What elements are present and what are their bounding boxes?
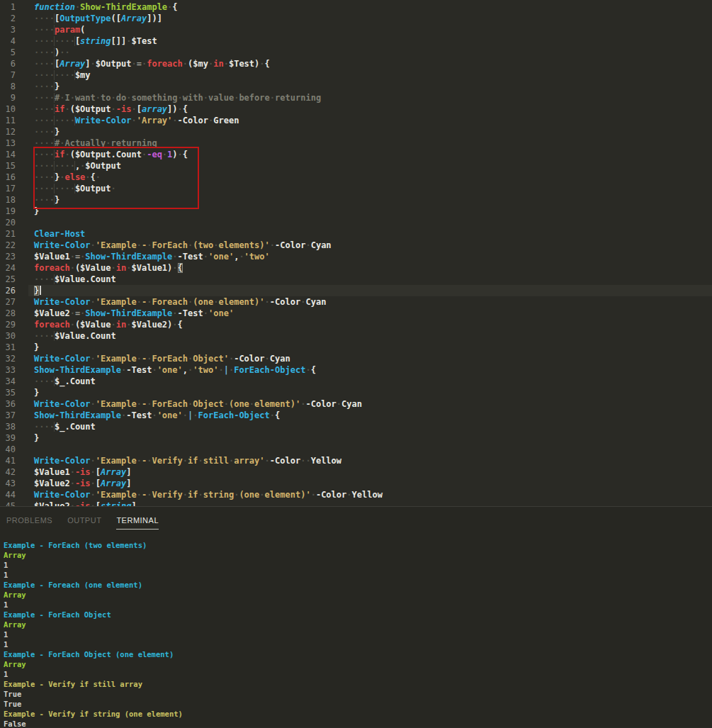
code-line[interactable]: 9····#·I·want·to·do·something·with·value…: [0, 92, 712, 103]
code-line[interactable]: 5····)··: [0, 47, 712, 58]
tab-terminal[interactable]: TERMINAL: [116, 516, 159, 530]
tab-problems[interactable]: PROBLEMS: [6, 516, 52, 530]
terminal-output[interactable]: Example - ForEach (two elements)Array11E…: [0, 530, 712, 728]
code-line[interactable]: 28$Value2·=·Show-ThirdExample·-Test·'one…: [0, 308, 712, 319]
code-line[interactable]: 1function·Show-ThirdExample·{: [0, 1, 712, 13]
line-number[interactable]: 32: [0, 353, 16, 364]
code-line[interactable]: 32Write-Color·'Example·-·ForEach·Object'…: [0, 353, 712, 364]
line-number[interactable]: 18: [0, 194, 16, 206]
code-line[interactable]: 3····param(: [0, 24, 712, 35]
code-line[interactable]: 13····#·Actually·returning: [0, 138, 712, 149]
code-line[interactable]: 42$Value1·-is·[Array]: [0, 466, 712, 478]
line-number[interactable]: 13: [0, 138, 16, 149]
line-number[interactable]: 1: [0, 1, 16, 13]
line-number[interactable]: 5: [0, 47, 16, 58]
code-line[interactable]: 26}: [0, 285, 712, 296]
code-line[interactable]: 21Clear-Host: [0, 228, 712, 240]
code-line[interactable]: 12····}: [0, 126, 712, 138]
code-line[interactable]: 14····if·($Output.Count·-eq·1)·{: [0, 149, 712, 160]
code-line[interactable]: 40: [0, 444, 712, 455]
code-line[interactable]: 25····$Value.Count: [0, 274, 712, 285]
code-line[interactable]: 43$Value2·-is·[Array]: [0, 478, 712, 489]
terminal-line: Example - ForEach Object: [4, 610, 712, 620]
line-number[interactable]: 36: [0, 398, 16, 410]
code-line[interactable]: 24foreach·($Value·in·$Value1)·{: [0, 262, 712, 274]
code-line[interactable]: 19}: [0, 206, 712, 217]
line-number[interactable]: 38: [0, 421, 16, 432]
line-number[interactable]: 14: [0, 149, 16, 160]
line-number[interactable]: 25: [0, 274, 16, 285]
line-number[interactable]: 6: [0, 58, 16, 69]
line-number[interactable]: 26: [0, 285, 16, 296]
code-line[interactable]: 6····[Array]·$Output·=·foreach·($my·in·$…: [0, 58, 712, 69]
line-number[interactable]: 12: [0, 126, 16, 138]
line-number[interactable]: 41: [0, 455, 16, 466]
line-number[interactable]: 45: [0, 500, 16, 506]
code-line[interactable]: 10····if·($Output·-is·[array])·{: [0, 103, 712, 115]
code-line[interactable]: 15········,·$Output: [0, 160, 712, 172]
code-line[interactable]: 37Show-ThirdExample·-Test·'one'·|·ForEac…: [0, 410, 712, 421]
line-number[interactable]: 29: [0, 319, 16, 330]
code-line[interactable]: 30····$Value.Count: [0, 330, 712, 342]
code-line[interactable]: 41Write-Color·'Example·-·Verify·if·still…: [0, 455, 712, 466]
tab-output[interactable]: OUTPUT: [67, 516, 101, 530]
terminal-line: 1: [4, 669, 712, 679]
code-text: ····$Value.Count: [34, 330, 116, 342]
line-number[interactable]: 40: [0, 444, 16, 455]
line-number[interactable]: 28: [0, 308, 16, 319]
line-number[interactable]: 24: [0, 262, 16, 274]
line-number[interactable]: 20: [0, 217, 16, 228]
code-line[interactable]: 29foreach·($Value·in·$Value2)·{: [0, 319, 712, 330]
line-number[interactable]: 7: [0, 69, 16, 81]
line-number[interactable]: 23: [0, 251, 16, 262]
code-line[interactable]: 2····[OutputType([Array])]: [0, 13, 712, 24]
code-text: }: [34, 342, 39, 353]
terminal-line: Array: [4, 620, 712, 629]
code-line[interactable]: 11········Write-Color·'Array'·-Color·Gre…: [0, 115, 712, 126]
line-number[interactable]: 44: [0, 489, 16, 500]
line-number[interactable]: 21: [0, 228, 16, 240]
line-number[interactable]: 15: [0, 160, 16, 172]
code-line[interactable]: 38····$_.Count: [0, 421, 712, 432]
line-number[interactable]: 30: [0, 330, 16, 342]
line-number[interactable]: 27: [0, 296, 16, 308]
line-number[interactable]: 35: [0, 387, 16, 398]
line-number[interactable]: 4: [0, 35, 16, 47]
code-line[interactable]: 31}: [0, 342, 712, 353]
line-number[interactable]: 31: [0, 342, 16, 353]
line-number[interactable]: 37: [0, 410, 16, 421]
code-line[interactable]: 27Write-Color·'Example·-·Foreach·(one·el…: [0, 296, 712, 308]
code-line[interactable]: 22Write-Color·'Example·-·ForEach·(two·el…: [0, 240, 712, 251]
line-number[interactable]: 2: [0, 13, 16, 24]
line-number[interactable]: 3: [0, 24, 16, 35]
code-line[interactable]: 44Write-Color·'Example·-·Verify·if·strin…: [0, 489, 712, 500]
code-line[interactable]: 8····}: [0, 81, 712, 92]
line-number[interactable]: 33: [0, 364, 16, 376]
line-number[interactable]: 42: [0, 466, 16, 478]
code-line[interactable]: 23$Value1·=·Show-ThirdExample·-Test·'one…: [0, 251, 712, 262]
line-number[interactable]: 8: [0, 81, 16, 92]
code-line[interactable]: 35}: [0, 387, 712, 398]
code-line[interactable]: 4········[string[]]·$Test: [0, 35, 712, 47]
code-line[interactable]: 16····}·else·{·: [0, 172, 712, 183]
line-number[interactable]: 43: [0, 478, 16, 489]
line-number[interactable]: 17: [0, 183, 16, 194]
code-line[interactable]: 45$Value2·-is·[string]: [0, 500, 712, 506]
code-line[interactable]: 39}: [0, 432, 712, 444]
line-number[interactable]: 34: [0, 376, 16, 387]
code-line[interactable]: 34····$_.Count: [0, 376, 712, 387]
line-number[interactable]: 39: [0, 432, 16, 444]
line-number[interactable]: 16: [0, 172, 16, 183]
line-number[interactable]: 22: [0, 240, 16, 251]
code-line[interactable]: 36Write-Color·'Example·-·ForEach·Object·…: [0, 398, 712, 410]
line-number[interactable]: 9: [0, 92, 16, 103]
code-line[interactable]: 20: [0, 217, 712, 228]
line-number[interactable]: 11: [0, 115, 16, 126]
code-line[interactable]: 7········$my: [0, 69, 712, 81]
line-number[interactable]: 10: [0, 103, 16, 115]
code-line[interactable]: 17········$Output·: [0, 183, 712, 194]
code-line[interactable]: 33Show-ThirdExample·-Test·'one',·'two'·|…: [0, 364, 712, 376]
code-line[interactable]: 18····}: [0, 194, 712, 206]
code-editor[interactable]: 1function·Show-ThirdExample·{2····[Outpu…: [0, 0, 712, 506]
line-number[interactable]: 19: [0, 206, 16, 217]
